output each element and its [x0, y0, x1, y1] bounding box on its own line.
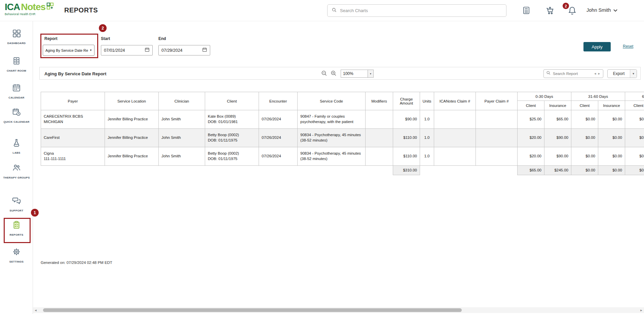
cell-units: 1.0	[420, 110, 434, 129]
search-report-box[interactable]: ◄►	[543, 69, 603, 78]
support-icon	[12, 196, 21, 206]
table-row: CARECENTRIX BCBS MICHIGAN Jennifer Billi…	[41, 110, 644, 129]
select-chevron-icon: ▼	[89, 49, 92, 52]
reset-link[interactable]: Reset	[623, 44, 633, 49]
scrollbar-thumb[interactable]	[43, 308, 462, 312]
col-header-units: Units	[420, 92, 434, 110]
logo-text-ica: ICA	[5, 2, 20, 12]
calendar-icon[interactable]	[202, 47, 207, 53]
report-select-value: Aging By Service Date Report	[45, 48, 88, 52]
export-label: Export	[608, 71, 630, 76]
cell-icanotes-claim	[434, 147, 476, 166]
search-charts-box[interactable]	[327, 4, 506, 17]
sidebar-item-settings[interactable]: SETTINGS	[0, 247, 33, 264]
sidebar-item-labs[interactable]: LABS	[0, 139, 33, 155]
cell-service-code: 90834 - Psychotherapy, 45 minutes (38-52…	[298, 129, 366, 147]
sidebar-item-therapy-groups[interactable]: THERAPY GROUPS	[0, 163, 33, 180]
start-date-field[interactable]	[101, 45, 153, 55]
sidebar-label: CALENDAR	[6, 96, 27, 100]
bell-icon[interactable]: 2	[567, 5, 577, 16]
cell-units: 1.0	[420, 129, 434, 147]
total-61-90-client: $0.00	[625, 166, 644, 175]
apply-button[interactable]: Apply	[583, 42, 611, 51]
sidebar-label: LABS	[10, 151, 23, 155]
sidebar-item-support[interactable]: SUPPORT	[0, 196, 33, 212]
logo-tagline: Behavioral Health EHR	[5, 12, 54, 16]
col-group-0-30-days: 0-30 Days	[518, 92, 571, 101]
col-header-service-location: Service Location	[105, 92, 159, 110]
cell-31-60-insurance: $0.00	[598, 129, 625, 147]
cell-0-30-client: $20.00	[518, 129, 544, 147]
scrollbar-track[interactable]	[38, 307, 639, 313]
dashboard-icon	[12, 29, 21, 39]
end-date-input[interactable]	[161, 48, 202, 53]
cart-star-icon[interactable]	[544, 5, 555, 16]
zoom-out-icon[interactable]	[321, 70, 328, 77]
logo-text-notes: Notes	[21, 2, 45, 12]
end-date-field[interactable]	[158, 45, 210, 55]
cell-payer: CareFirst	[41, 129, 105, 147]
totals-spacer	[420, 166, 518, 175]
report-select[interactable]: Aging By Service Date Report ▼	[43, 45, 94, 56]
search-charts-input[interactable]	[340, 8, 502, 13]
chevron-down-icon	[613, 7, 617, 13]
col-header-encounter: Encounter	[259, 92, 298, 110]
scroll-left-icon[interactable]: ◄	[33, 309, 38, 312]
sidebar-label: CHART ROOM	[4, 69, 29, 73]
chart-room-icon	[12, 56, 21, 67]
start-date-input[interactable]	[104, 48, 145, 53]
zoom-level-select[interactable]: 100% ▼	[341, 70, 374, 78]
user-menu[interactable]: John Smith	[586, 7, 617, 13]
report-table-container: Payer Service Location Clinician Client …	[41, 92, 644, 175]
sidebar-item-quick-calendar[interactable]: QUICK CALENDAR	[0, 108, 33, 124]
logo-plus-grid-icon	[46, 2, 54, 11]
cell-31-60-insurance: $0.00	[598, 147, 625, 166]
col-subheader-0-30-client: Client	[518, 101, 544, 110]
zoom-in-icon[interactable]	[330, 70, 338, 77]
col-header-payer-claim: Payer Claim #	[476, 92, 518, 110]
search-prev-icon[interactable]: ◄	[594, 72, 597, 75]
total-31-60-insurance: $0.00	[598, 166, 625, 175]
sidebar-item-calendar[interactable]: CALENDAR	[0, 83, 33, 100]
cell-icanotes-claim	[434, 110, 476, 129]
quick-calendar-icon	[12, 108, 21, 118]
cell-payer: CARECENTRIX BCBS MICHIGAN	[41, 110, 105, 129]
sidebar-label: DASHBOARD	[5, 41, 29, 45]
end-date-label: End	[158, 36, 166, 41]
cell-units: 1.0	[420, 147, 434, 166]
scroll-right-icon[interactable]: ►	[639, 309, 644, 312]
zoom-dropdown-icon[interactable]: ▼	[368, 70, 373, 77]
export-dropdown-icon[interactable]: ▼	[630, 70, 637, 78]
calculator-icon[interactable]	[521, 5, 532, 16]
table-row: Cigna111-111-1111 Jennifer Billing Pract…	[41, 147, 644, 166]
cell-service-location: Jennifer Billing Practice	[105, 129, 159, 147]
col-header-icanotes-claim: ICANotes Claim #	[434, 92, 476, 110]
calendar-icon[interactable]	[145, 47, 150, 53]
cell-61-90-client: $0.00	[625, 110, 644, 129]
cell-encounter: 07/26/2024	[259, 129, 298, 147]
search-next-icon[interactable]: ►	[598, 72, 601, 75]
col-subheader-31-60-insurance: Insurance	[598, 101, 625, 110]
cell-charge-amount: $90.00	[393, 110, 420, 129]
report-title: Aging By Service Date Report	[44, 71, 106, 76]
search-report-input[interactable]	[553, 72, 592, 76]
labs-icon	[12, 139, 21, 149]
col-subheader-61-90-client: Client	[625, 101, 644, 110]
total-0-30-client: $65.00	[518, 166, 544, 175]
therapy-groups-icon	[12, 163, 21, 173]
horizontal-scrollbar[interactable]: ◄ ►	[33, 307, 644, 313]
export-button[interactable]: Export ▼	[607, 69, 637, 78]
start-date-label: Start	[101, 36, 110, 41]
sidebar-item-dashboard[interactable]: DASHBOARD	[0, 29, 33, 45]
cell-charge-amount: $110.00	[393, 129, 420, 147]
sidebar-item-chart-room[interactable]: CHART ROOM	[0, 56, 33, 73]
col-header-charge-amount: Charge Amount	[393, 92, 420, 110]
sidebar-item-reports[interactable]: REPORTS	[0, 221, 33, 237]
cell-service-location: Jennifer Billing Practice	[105, 147, 159, 166]
cell-modifiers	[366, 147, 393, 166]
icanotes-logo[interactable]: ICANotes Behavioral Health EHR	[5, 2, 54, 16]
reports-icon	[12, 221, 21, 231]
col-group-61-90-days: 61-90 Days	[625, 92, 644, 101]
cell-clinician: John Smith	[159, 147, 205, 166]
sidebar-label: THERAPY GROUPS	[0, 176, 32, 180]
